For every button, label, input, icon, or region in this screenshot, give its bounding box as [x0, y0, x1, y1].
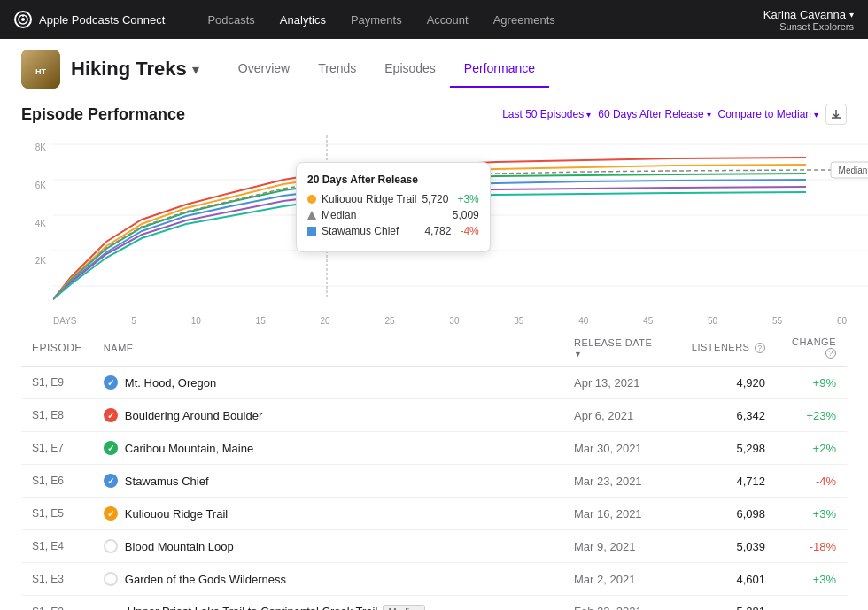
status-icon-blue: [104, 375, 118, 390]
episode-label: S1, E3: [21, 563, 93, 596]
listeners-info-icon[interactable]: ?: [755, 343, 765, 353]
episode-label: S1, E7: [21, 432, 93, 465]
episode-label: S1, E5: [21, 498, 93, 530]
x-label-45: 45: [643, 316, 653, 326]
tooltip-title: 20 Days After Release: [307, 174, 479, 186]
table-row[interactable]: S1, E8 Bouldering Around Boulder Apr 6, …: [21, 399, 847, 432]
tooltip-value-2: 4,782: [424, 225, 451, 237]
listeners-count: 4,601: [670, 563, 776, 596]
change-value: —: [776, 596, 847, 611]
user-chevron: ▾: [849, 10, 854, 19]
chart-tooltip: 20 Days After Release Kuliouou Ridge Tra…: [296, 162, 491, 252]
filter-episodes[interactable]: Last 50 Episodes ▾: [502, 108, 591, 120]
filter-compare[interactable]: Compare to Median ▾: [718, 108, 818, 120]
user-info[interactable]: Karina Cavanna ▾ Sunset Explorers: [763, 8, 854, 32]
podcast-tabs: Overview Trends Episodes Performance: [224, 50, 549, 88]
podcast-icon: HT: [21, 50, 60, 89]
nav-payments[interactable]: Payments: [351, 13, 402, 27]
release-date: Mar 16, 2021: [563, 498, 670, 530]
episode-name-container: Mt. Hood, Oregon: [104, 375, 553, 390]
table-row[interactable]: S1, E5 Kuliouou Ridge Trail Mar 16, 2021…: [21, 498, 847, 530]
change-info-icon[interactable]: ?: [825, 348, 836, 359]
x-label-25: 25: [384, 316, 394, 326]
listeners-count: 6,342: [670, 399, 776, 432]
listeners-count: 6,098: [670, 498, 776, 530]
nav-podcasts[interactable]: Podcasts: [207, 13, 254, 27]
episode-name: Garden of the Gods Wilderness: [93, 563, 563, 596]
tooltip-change-2: -4%: [460, 225, 478, 237]
change-value: +9%: [776, 367, 847, 399]
episode-name-container: Garden of the Gods Wilderness: [104, 572, 553, 586]
podcast-header: HT Hiking Treks ▾ Overview Trends Episod…: [0, 39, 868, 89]
table-header-row: EPISODE NAME RELEASE DATE ▼ LISTENERS ? …: [21, 329, 847, 367]
tab-overview[interactable]: Overview: [224, 50, 304, 88]
episode-label: S1, E2: [21, 596, 93, 611]
user-podcast: Sunset Explorers: [779, 21, 854, 32]
status-icon-red: [104, 408, 118, 422]
tooltip-row-2: Stawamus Chief 4,782 -4%: [307, 225, 479, 237]
tab-trends[interactable]: Trends: [304, 50, 370, 88]
listeners-count: 5,039: [670, 530, 776, 563]
table-row[interactable]: S1, E2 Upper Priest Lake Trail to Contin…: [21, 596, 847, 611]
x-label-55: 55: [772, 316, 782, 326]
tab-episodes[interactable]: Episodes: [370, 50, 450, 88]
x-label-20: 20: [321, 316, 330, 326]
tooltip-change-0: +3%: [457, 193, 478, 205]
change-value: +3%: [776, 563, 847, 596]
change-value: -4%: [776, 465, 847, 498]
status-icon-none: [104, 539, 118, 553]
main-content: Episode Performance Last 50 Episodes ▾ 6…: [0, 89, 868, 610]
release-date: Mar 30, 2021: [563, 432, 670, 465]
episode-name-container: Kuliouou Ridge Trail: [104, 506, 553, 521]
col-episode: EPISODE: [21, 329, 93, 367]
x-label-10: 10: [191, 316, 201, 326]
episode-name-container: Caribou Mountain, Maine: [104, 441, 553, 455]
episode-label: S1, E6: [21, 465, 93, 498]
sort-icon: ▼: [574, 350, 582, 359]
x-label-days: DAYS: [53, 316, 77, 326]
filter-days[interactable]: 60 Days After Release ▾: [598, 108, 710, 120]
episode-name: Stawamus Chief: [93, 465, 563, 498]
tooltip-name-2: Stawamus Chief: [322, 225, 419, 237]
col-release-date[interactable]: RELEASE DATE ▼: [563, 329, 670, 367]
export-button[interactable]: [825, 104, 847, 125]
episode-label: S1, E4: [21, 530, 93, 563]
x-label-15: 15: [256, 316, 266, 326]
brand-label: Apple Podcasts Connect: [39, 13, 165, 27]
episode-name-text: Garden of the Gods Wilderness: [125, 573, 286, 586]
table-row[interactable]: S1, E3 Garden of the Gods Wilderness Mar…: [21, 563, 847, 596]
release-date: Mar 9, 2021: [563, 530, 670, 563]
svg-point-1: [21, 18, 25, 21]
release-date: Mar 23, 2021: [563, 465, 670, 498]
nav-analytics[interactable]: Analytics: [280, 13, 326, 27]
listeners-count: 5,298: [670, 432, 776, 465]
episode-name-text: Mt. Hood, Oregon: [125, 376, 216, 390]
change-value: -18%: [776, 530, 847, 563]
episode-name-text: Stawamus Chief: [125, 475, 209, 488]
episode-label: S1, E9: [21, 367, 93, 399]
table-row[interactable]: S1, E4 Blood Mountain Loop Mar 9, 2021 5…: [21, 530, 847, 563]
tooltip-row-1: Median 5,009: [307, 209, 479, 221]
episode-name-container: Bouldering Around Boulder: [104, 408, 553, 422]
user-name: Karina Cavanna ▾: [763, 8, 854, 21]
episode-name: Blood Mountain Loop: [93, 530, 563, 563]
tooltip-value-1: 5,009: [453, 209, 479, 221]
nav-agreements[interactable]: Agreements: [493, 13, 555, 27]
tooltip-dot-orange: [307, 195, 316, 204]
tooltip-triangle: [307, 211, 316, 220]
episode-name-text: Kuliouou Ridge Trail: [125, 507, 228, 521]
episode-label: S1, E8: [21, 399, 93, 432]
listeners-count: 4,712: [670, 465, 776, 498]
episode-name-container: Stawamus Chief: [104, 474, 553, 488]
table-row[interactable]: S1, E6 Stawamus Chief Mar 23, 2021 4,712…: [21, 465, 847, 498]
top-nav: Apple Podcasts Connect Podcasts Analytic…: [0, 0, 868, 39]
listeners-count: 4,920: [670, 367, 776, 399]
y-label-2k: 2K: [21, 256, 46, 266]
x-label-40: 40: [578, 316, 588, 326]
table-row[interactable]: S1, E9 Mt. Hood, Oregon Apr 13, 2021 4,9…: [21, 367, 847, 399]
y-label-4k: 4K: [21, 219, 46, 228]
tab-performance[interactable]: Performance: [450, 50, 549, 88]
nav-account[interactable]: Account: [427, 13, 469, 27]
table-row[interactable]: S1, E7 Caribou Mountain, Maine Mar 30, 2…: [21, 432, 847, 465]
podcast-name[interactable]: Hiking Treks ▾: [71, 58, 199, 81]
